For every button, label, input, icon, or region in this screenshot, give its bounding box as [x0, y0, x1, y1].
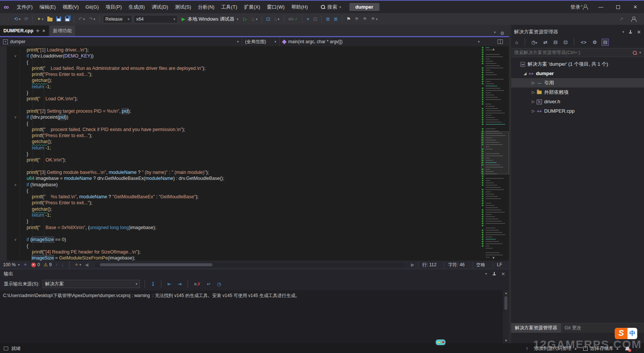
hscroll-thumb[interactable] [100, 263, 212, 266]
menu-item[interactable]: 工具(T) [218, 1, 241, 13]
vscroll-thumb[interactable] [504, 296, 507, 310]
navigate-forward-button[interactable]: ⟳ [23, 15, 29, 23]
code-cleanup-button[interactable]: ✧▾ [75, 262, 81, 267]
show-all-files-icon[interactable]: ⊟ [602, 39, 609, 46]
properties-window-icon[interactable]: ⊡ [563, 39, 569, 45]
pending-changes-filter-icon[interactable]: ◷▾ [530, 39, 539, 45]
hscroll-right-icon[interactable]: ▶ [411, 262, 414, 267]
breakpoint-margin[interactable] [0, 46, 7, 261]
next-issue-button[interactable]: ↓ [62, 262, 64, 267]
timestamp-icon[interactable]: ◷ [215, 281, 223, 287]
pin-panel-icon[interactable] [629, 30, 632, 34]
expander-open-icon[interactable]: ◢ [522, 71, 528, 75]
fold-collapse-icon[interactable]: ∨ [13, 53, 18, 59]
undo-button[interactable]: ↶▾ [77, 15, 86, 23]
tree-item-dumper[interactable]: ◢++dumper [511, 69, 644, 78]
tree-item--[interactable]: ▷▫–▫引用 [511, 78, 644, 87]
search-button[interactable]: 搜索 ▾ [318, 4, 344, 11]
expander-icon[interactable]: ▷ [531, 109, 536, 113]
member-dropdown[interactable]: main(int argc, char * argv[]) ▾ [280, 37, 504, 46]
menu-item[interactable]: Git(G) [82, 1, 102, 13]
menu-item[interactable]: 项目(P) [102, 1, 125, 13]
project-dropdown[interactable]: + dumper ▾ [0, 37, 242, 46]
navigate-back-button[interactable]: ⟲▾ [13, 15, 21, 23]
solution-search-box[interactable]: ▾ [511, 48, 644, 57]
collapse-all-icon[interactable]: ⊟ [552, 39, 559, 45]
tree-item--[interactable]: ▷外部依赖项 [511, 87, 644, 97]
minimap-scrollbar[interactable]: ▲ ▼ [481, 46, 509, 261]
tab-solution-explorer[interactable]: 解决方案资源管理器 [511, 323, 561, 333]
properties-icon[interactable]: ⚙ [591, 39, 598, 45]
scroll-up-icon[interactable]: ▲ [504, 291, 508, 295]
minimize-button[interactable]: — [592, 1, 609, 13]
platform-dropdown[interactable]: x64▾ [134, 15, 178, 23]
save-all-button[interactable] [64, 16, 71, 22]
tab-git-changes[interactable]: Git 更改 [561, 323, 585, 333]
decrease-indent-button[interactable]: ≣ [325, 15, 331, 23]
new-project-button[interactable]: ✦▾ [36, 15, 44, 23]
start-debugging-button[interactable]: ▶ 本地 Windows 调试器 ▾ [179, 15, 241, 23]
zoom-dropdown[interactable]: 100 %▾ [3, 262, 20, 267]
code-editor[interactable]: printf("[1] Loading driver...\n"); if (!… [0, 46, 509, 261]
scroll-down-icon[interactable]: ▼ [492, 256, 495, 260]
fold-collapse-icon[interactable]: ∨ [13, 237, 18, 243]
tree-item-dumper.cpp[interactable]: ▷++DUMPER.cpp [511, 106, 644, 116]
menu-item[interactable]: 分析(N) [194, 1, 218, 13]
menu-item[interactable]: 视图(V) [59, 1, 82, 13]
menu-item[interactable]: 生成(B) [125, 1, 148, 13]
window-layout-button[interactable]: ⌂▾ [273, 15, 280, 23]
menu-item[interactable]: 扩展(X) [241, 1, 263, 13]
horizontal-scrollbar[interactable] [95, 262, 405, 267]
tree-item-driver.h[interactable]: ▷hdriver.h [511, 97, 644, 106]
close-tab-icon[interactable]: ✕ [42, 29, 45, 33]
start-without-debugging-button[interactable]: ▷ [242, 15, 248, 23]
expander-icon[interactable]: ▷ [531, 90, 536, 94]
output-log[interactable]: C:\Users\admin\Desktop\下载管理\ApexDumper\d… [0, 290, 503, 343]
close-panel-icon[interactable]: ✕ [501, 271, 505, 277]
column-indicator[interactable]: 字符: 46 [444, 262, 468, 268]
scope-dropdown[interactable]: (全局范围) ▾ [242, 37, 280, 46]
menu-item[interactable]: 调试(D) [148, 1, 172, 13]
window-position-chevron-icon[interactable]: ▾ [623, 30, 624, 34]
fold-collapse-icon[interactable]: ∨ [13, 182, 18, 188]
code-health-icon[interactable]: ✧ [24, 262, 27, 267]
next-message-icon[interactable]: ⇥ [176, 281, 183, 287]
menu-item[interactable]: 帮助(H) [288, 1, 311, 13]
output-source-dropdown[interactable]: 解决方案▾ [42, 280, 140, 288]
sign-in-button[interactable]: 登录 + [566, 4, 592, 11]
toolbar-drag-handle[interactable]: ⋮⋮ [2, 17, 11, 21]
output-vertical-scrollbar[interactable]: ▲ ▼ [503, 290, 509, 343]
document-well-options-icon[interactable]: ⚙ [500, 30, 504, 36]
scroll-down-icon[interactable]: ▼ [504, 339, 508, 342]
warning-count-button[interactable]: ⚠9 [44, 262, 51, 267]
next-bookmark-button[interactable]: ⚑ [362, 15, 369, 23]
maximize-button[interactable] [609, 1, 627, 13]
split-editor-icon[interactable] [498, 39, 503, 44]
prev-issue-button[interactable]: ↑ [56, 262, 58, 267]
menu-item[interactable]: 文件(F) [14, 1, 36, 13]
word-wrap-icon[interactable]: ↵ [205, 281, 212, 287]
navigate-symbol-button[interactable]: ⊡ [312, 15, 318, 23]
menu-item[interactable]: 编辑(E) [36, 1, 59, 13]
sync-with-active-document-icon[interactable]: ⇄ [542, 39, 549, 45]
publish-arrow-icon[interactable]: ↑ [526, 346, 528, 351]
prev-message-icon[interactable]: ⇤ [166, 281, 173, 287]
indent-mode-indicator[interactable]: 空格 [472, 262, 489, 268]
share-button[interactable]: ↗ [618, 15, 624, 23]
pin-tab-icon[interactable]: ✛ [36, 29, 39, 33]
eol-indicator[interactable]: LF [493, 262, 506, 267]
find-in-files-button[interactable]: ⊡ [265, 15, 271, 23]
toggle-bookmark-button[interactable]: ⚑ [345, 15, 352, 23]
increase-indent-button[interactable]: ≣ [333, 15, 339, 23]
configuration-dropdown[interactable]: Release▾ [103, 15, 132, 23]
menu-item[interactable]: 测试(S) [172, 1, 194, 13]
hscroll-left-icon[interactable]: ◀ [85, 262, 88, 267]
sogou-ime-indicator[interactable]: S 中 [615, 328, 637, 339]
tree-item--dumper-1-1-[interactable]: ∞解决方案 'dumper' (1 个项目, 共 1 个) [511, 59, 644, 69]
intellisense-button[interactable]: ⌖ [305, 15, 310, 23]
close-button[interactable]: ✕ [627, 1, 644, 13]
prev-bookmark-button[interactable]: ⚑ [354, 15, 360, 23]
search-input[interactable] [514, 50, 633, 55]
hot-reload-button[interactable]: ♨▾ [250, 15, 259, 23]
save-output-icon[interactable]: ↧ [149, 281, 156, 287]
